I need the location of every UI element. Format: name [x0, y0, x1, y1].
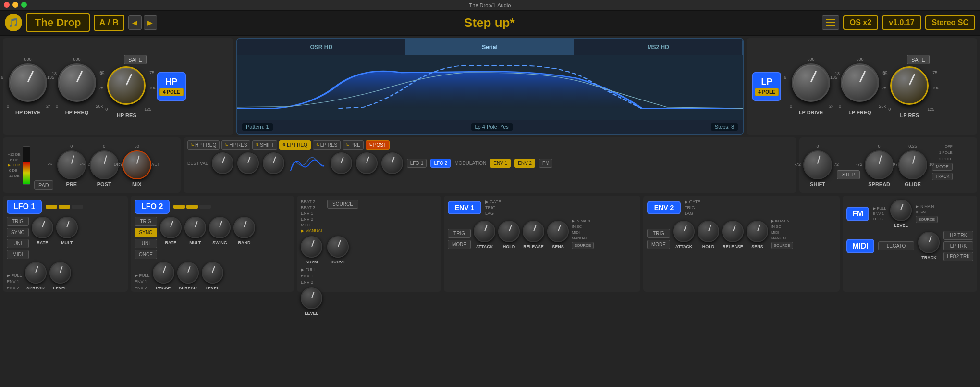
env2-attack-knob[interactable]: [673, 221, 695, 242]
env1-attack-knob[interactable]: [474, 221, 495, 242]
lp-drive-knob[interactable]: [792, 63, 830, 102]
mod-post-button[interactable]: ⇅ POST: [366, 140, 390, 150]
close-button[interactable]: [4, 2, 10, 8]
env2-release-knob[interactable]: [722, 221, 744, 242]
lp-freq-knob[interactable]: [841, 63, 879, 102]
lfo2-trig-button[interactable]: TRIG: [135, 217, 157, 226]
mod-hp-freq-button[interactable]: ⇅ HP FREQ: [187, 140, 220, 150]
env2-source-button[interactable]: SOURCE: [771, 242, 793, 249]
lfo1-sync-button[interactable]: SYNC: [7, 228, 29, 237]
env1-release-knob[interactable]: [523, 221, 544, 242]
lfo1-level-knob[interactable]: [49, 262, 71, 284]
env1-hold-knob[interactable]: [498, 221, 520, 242]
lfo1-btn[interactable]: LFO 1: [407, 159, 427, 168]
fm-source-button[interactable]: SOURCE: [916, 216, 938, 223]
tab-ms2[interactable]: MS2 HD: [574, 39, 743, 55]
env1-title[interactable]: ENV 1: [448, 201, 481, 214]
lfo1-title[interactable]: LFO 1: [7, 200, 42, 214]
prev-preset-button[interactable]: ◀: [128, 15, 142, 30]
env2-hold-knob[interactable]: [698, 221, 719, 242]
env1-sens-knob[interactable]: [547, 221, 569, 242]
mod-lp-freq-button[interactable]: ⇅ LP FREQ: [279, 140, 311, 150]
mod-shift-button[interactable]: ⇅ SHIFT: [252, 140, 277, 150]
mod-pre-button[interactable]: ⇅ PRE: [343, 140, 364, 150]
lp-safe-button[interactable]: SAFE: [907, 55, 930, 64]
lfo1-uni-button[interactable]: UNI: [7, 239, 29, 248]
minimize-button[interactable]: [12, 2, 18, 8]
hp-safe-button[interactable]: SAFE: [124, 55, 147, 64]
midi-title[interactable]: MIDI: [846, 239, 874, 253]
env1-btn[interactable]: ENV 1: [490, 159, 511, 168]
mod-knob-1[interactable]: [212, 152, 233, 174]
pad-button[interactable]: PAD: [34, 180, 53, 190]
hp-type-button[interactable]: HP 4 POLE: [157, 72, 186, 101]
steps-info[interactable]: Steps: 8: [711, 123, 738, 131]
menu-button[interactable]: [822, 15, 839, 30]
lfo2-swing-knob[interactable]: [209, 217, 231, 238]
ab-button[interactable]: A / B: [94, 15, 124, 31]
track-button[interactable]: TRACK: [932, 173, 953, 180]
lfo2-mult-knob[interactable]: [184, 217, 206, 238]
env2-sens-knob[interactable]: [747, 221, 768, 242]
mod-knob-5[interactable]: [356, 152, 378, 174]
env2-trig-button[interactable]: TRIG: [647, 229, 670, 238]
lfo1-midi-button[interactable]: MIDI: [7, 250, 29, 259]
env1-trig-button[interactable]: TRIG: [448, 229, 471, 238]
next-preset-button[interactable]: ▶: [144, 15, 157, 30]
maximize-button[interactable]: [21, 2, 27, 8]
asym-source-button[interactable]: SOURCE: [327, 200, 358, 209]
fm-title[interactable]: FM: [846, 207, 869, 221]
env2-mode-button[interactable]: MODE: [647, 240, 670, 249]
lfo2-sync-button[interactable]: SYNC: [135, 228, 157, 237]
preset-name[interactable]: Step up*: [161, 15, 818, 30]
lp-res-knob[interactable]: [890, 66, 929, 105]
output-button[interactable]: Stereo SC: [925, 15, 975, 30]
shift-knob[interactable]: [803, 150, 832, 179]
lfo2-btn[interactable]: LFO 2: [430, 159, 451, 168]
mod-knob-3[interactable]: [263, 152, 284, 174]
hp-drive-knob[interactable]: [9, 63, 47, 102]
lp-trk-button[interactable]: LP TRK: [943, 241, 973, 250]
lfo2-uni-button[interactable]: UNI: [135, 239, 157, 248]
curve-knob[interactable]: [327, 236, 349, 258]
mix-knob[interactable]: [122, 150, 151, 179]
lfo1-spread-knob[interactable]: [25, 262, 47, 284]
spread-knob[interactable]: [865, 150, 894, 179]
lp-pole-button[interactable]: 4 POLE: [755, 88, 779, 96]
hp-freq-knob[interactable]: [58, 63, 96, 102]
fm-level-knob[interactable]: [890, 200, 912, 221]
lfo2-title[interactable]: LFO 2: [135, 200, 170, 214]
legato-button[interactable]: LEGATO: [878, 241, 915, 250]
lp-type-button[interactable]: LP 4 POLE: [752, 72, 781, 101]
mod-knob-2[interactable]: [237, 152, 259, 174]
lfo2-phase-knob[interactable]: [153, 262, 174, 284]
env1-mode-button[interactable]: MODE: [448, 240, 471, 249]
lfo2-rate-knob[interactable]: [160, 217, 182, 238]
lfo2-level2-knob[interactable]: [301, 287, 322, 309]
glide-knob[interactable]: [898, 150, 927, 179]
lfo2-trk-button[interactable]: LFO2 TRK: [943, 252, 973, 261]
tab-serial[interactable]: Serial: [406, 39, 575, 55]
hp-res-knob[interactable]: [107, 66, 146, 105]
tab-osr[interactable]: OSR HD: [237, 39, 406, 55]
mod-hp-res-button[interactable]: ⇅ HP RES: [221, 140, 250, 150]
lfo1-mult-knob[interactable]: [56, 217, 78, 238]
lfo1-rate-knob[interactable]: [32, 217, 53, 238]
lfo1-trig-button[interactable]: TRIG: [7, 217, 29, 226]
mod-knob-6[interactable]: [381, 152, 403, 174]
env2-title[interactable]: ENV 2: [647, 201, 681, 214]
os-button[interactable]: OS x2: [843, 15, 878, 30]
env1-source-button[interactable]: SOURCE: [572, 242, 594, 249]
lfo2-spread-knob[interactable]: [177, 262, 199, 284]
fm-mod-btn[interactable]: FM: [539, 159, 552, 168]
mode-button[interactable]: MODE: [932, 163, 953, 171]
mod-knob-4[interactable]: [331, 152, 352, 174]
pattern-info[interactable]: Pattern: 1: [242, 123, 273, 131]
midi-track-knob[interactable]: [918, 232, 940, 253]
mod-lp-res-button[interactable]: ⇅ LP RES: [313, 140, 341, 150]
asym-knob[interactable]: [301, 236, 322, 258]
hp-trk-button[interactable]: HP TRK: [943, 231, 973, 240]
step-button[interactable]: STEP: [837, 170, 860, 179]
env2-btn[interactable]: ENV 2: [514, 159, 535, 168]
lp-pole-info[interactable]: Lp 4 Pole: Yes: [471, 123, 513, 131]
